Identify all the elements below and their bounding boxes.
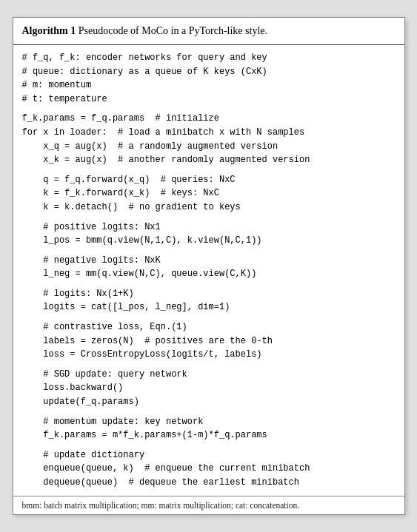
code-line: k = k.detach() # no gradient to keys [22, 201, 396, 215]
algorithm-footer: bmm: batch matrix multiplication; mm: ma… [13, 496, 404, 514]
code-line: f_k.params = m*f_k.params+(1-m)*f_q.para… [22, 428, 396, 442]
blank-line [22, 442, 396, 448]
code-line: k = f_k.forward(x_k) # keys: NxC [22, 186, 396, 201]
code-line: # update dictionary [22, 448, 396, 462]
code-line: # contrastive loss, Eqn.(1) [22, 320, 396, 334]
code-line: # negative logits: NxK [22, 254, 396, 268]
algorithm-title: Pseudocode of MoCo in a PyTorch-like sty… [76, 25, 267, 36]
blank-line [22, 409, 396, 415]
code-line: # queue: dictionary as a queue of K keys… [22, 65, 396, 79]
code-line: f_k.params = f_q.params # initialize [22, 112, 396, 126]
code-line: q = f_q.forward(x_q) # queries: NxC [22, 173, 396, 187]
code-line: # logits: Nx(1+K) [22, 287, 396, 301]
footer-text: bmm: batch matrix multiplication; mm: ma… [22, 501, 300, 510]
code-line: x_k = aug(x) # another randomly augmente… [22, 153, 396, 167]
code-line: for x in loader: # load a minibatch x wi… [22, 126, 396, 140]
code-line: logits = cat([l_pos, l_neg], dim=1) [22, 300, 396, 314]
algorithm-body: # f_q, f_k: encoder networks for query a… [13, 45, 404, 496]
code-line: x_q = aug(x) # a randomly augmented vers… [22, 140, 396, 154]
algorithm-number: Algorithm 1 [22, 25, 76, 36]
code-line: # m: momentum [22, 78, 396, 92]
code-line: l_neg = mm(q.view(N,C), queue.view(C,K)) [22, 267, 396, 281]
blank-line [22, 167, 396, 173]
blank-line [22, 248, 396, 254]
code-line: loss = CrossEntropyLoss(logits/t, labels… [22, 348, 396, 362]
blank-line [22, 362, 396, 368]
algorithm-box: Algorithm 1 Pseudocode of MoCo in a PyTo… [13, 17, 405, 514]
blank-line [22, 106, 396, 112]
code-line: dequeue(queue) # dequeue the earliest mi… [22, 476, 396, 490]
code-line: l_pos = bmm(q.view(N,1,C), k.view(N,C,1)… [22, 234, 396, 248]
blank-line [22, 314, 396, 320]
code-line: # positive logits: Nx1 [22, 220, 396, 235]
code-line: loss.backward() [22, 381, 396, 395]
algorithm-header: Algorithm 1 Pseudocode of MoCo in a PyTo… [13, 18, 404, 45]
code-line: enqueue(queue, k) # enqueue the current … [22, 462, 396, 476]
code-line: labels = zeros(N) # positives are the 0-… [22, 334, 396, 349]
blank-line [22, 281, 396, 287]
code-line: # f_q, f_k: encoder networks for query a… [22, 51, 396, 65]
code-line: update(f_q.params) [22, 395, 396, 409]
code-line: # momentum update: key network [22, 415, 396, 429]
blank-line [22, 215, 396, 220]
code-line: # t: temperature [22, 92, 396, 107]
code-line: # SGD update: query network [22, 368, 396, 382]
